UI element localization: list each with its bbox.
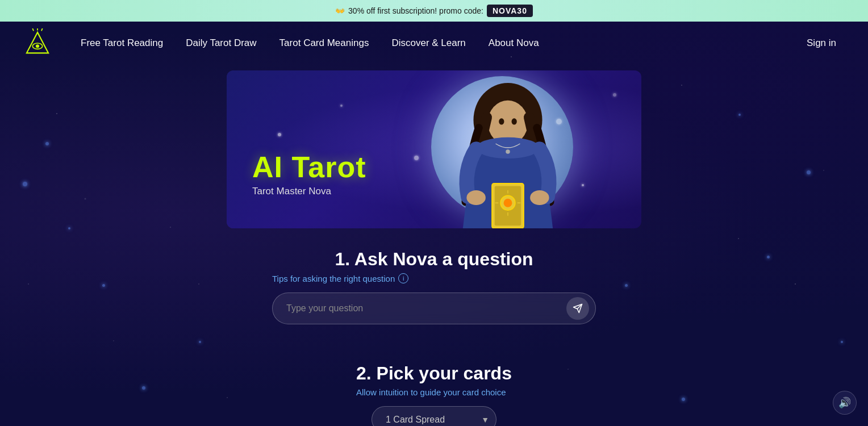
spread-selector-wrapper: 1 Card Spread 3 Card Spread 5 Card Sprea…	[369, 406, 499, 426]
spread-select[interactable]: 1 Card Spread 3 Card Spread 5 Card Sprea…	[372, 406, 496, 426]
ask-section-title: 1. Ask Nova a question	[272, 249, 596, 270]
hero-subtitle: Tarot Master Nova	[252, 186, 366, 197]
svg-point-10	[512, 118, 517, 124]
star-decoration	[613, 93, 616, 97]
nav-link-about-nova[interactable]: About Nova	[477, 33, 550, 53]
svg-point-12	[466, 190, 486, 205]
star-decoration	[414, 156, 419, 160]
promo-banner: 👐 30% off first subscription! promo code…	[0, 0, 868, 22]
star-decoration	[278, 133, 281, 136]
svg-point-22	[506, 149, 510, 153]
logo[interactable]	[23, 28, 52, 58]
hero-card: AI Tarot Tarot Master Nova	[227, 70, 641, 228]
sound-button[interactable]: 🔊	[833, 391, 857, 415]
promo-emoji: 👐	[335, 6, 345, 15]
logo-icon	[23, 28, 52, 58]
nav-link-discover-learn[interactable]: Discover & Learn	[380, 33, 477, 53]
card-spread-area: 1 Card Spread 3 Card Spread 5 Card Sprea…	[356, 406, 512, 426]
promo-code: NOVA30	[487, 5, 533, 17]
hero-text-area: AI Tarot Tarot Master Nova	[252, 151, 366, 197]
main-content: AI Tarot Tarot Master Nova 1. Ask Nova a…	[0, 65, 868, 426]
svg-marker-0	[27, 32, 48, 53]
hero-title: AI Tarot	[252, 151, 366, 183]
nav-links: Free Tarot Reading Daily Tarot Draw Taro…	[69, 33, 798, 53]
tips-text: Tips for asking the right question	[272, 274, 395, 283]
pick-cards-section: 2. Pick your cards Allow intuition to gu…	[356, 343, 512, 426]
svg-line-3	[32, 28, 34, 31]
promo-text: 30% off first subscription! promo code:	[348, 6, 483, 15]
send-button[interactable]	[566, 297, 589, 320]
navigation: Free Tarot Reading Daily Tarot Draw Taro…	[0, 22, 868, 65]
svg-line-5	[41, 28, 43, 31]
sign-in-button[interactable]: Sign in	[798, 33, 845, 53]
send-icon	[573, 303, 583, 314]
nav-link-tarot-card-meanings[interactable]: Tarot Card Meanings	[268, 33, 381, 53]
question-input-area	[272, 293, 596, 324]
tips-link[interactable]: Tips for asking the right question i	[272, 273, 596, 283]
svg-point-17	[504, 199, 512, 207]
info-icon: i	[398, 273, 408, 283]
star-decoration	[340, 105, 343, 107]
pick-cards-title: 2. Pick your cards	[356, 363, 512, 384]
nav-link-free-tarot-reading[interactable]: Free Tarot Reading	[69, 33, 174, 53]
ask-nova-section: 1. Ask Nova a question Tips for asking t…	[272, 228, 596, 324]
question-input[interactable]	[272, 293, 596, 324]
pick-cards-subtitle: Allow intuition to guide your card choic…	[356, 387, 512, 397]
svg-point-13	[530, 190, 549, 205]
woman-figure	[431, 75, 585, 228]
nav-link-daily-tarot-draw[interactable]: Daily Tarot Draw	[174, 33, 268, 53]
pick-cards-subtitle-text: Allow intuition to guide your card choic…	[356, 387, 506, 397]
svg-point-9	[499, 118, 504, 124]
sound-icon: 🔊	[838, 396, 851, 409]
svg-point-2	[36, 44, 39, 48]
